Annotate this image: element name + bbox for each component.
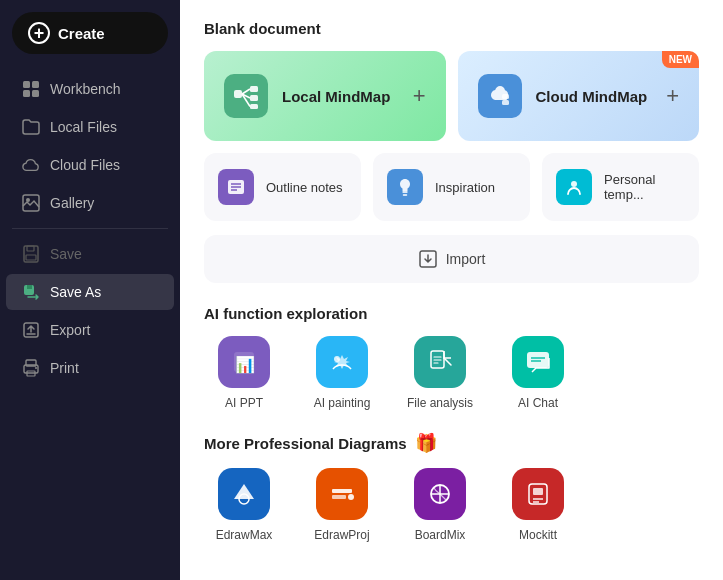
svg-text:📊: 📊 [235,355,255,374]
pro-section-title: More Professional Diagrams 🎁 [204,432,699,454]
local-mindmap-icon-wrap [224,74,268,118]
mockitt-item[interactable]: Mockitt [498,468,578,542]
ai-ppt-label: AI PPT [225,396,263,410]
import-label: Import [446,251,486,267]
sidebar-save-as-label: Save As [50,284,101,300]
boardmix-icon [414,468,466,520]
new-badge: NEW [662,51,699,68]
file-analysis-label: File analysis [407,396,473,410]
sidebar-save-label: Save [50,246,82,262]
edrawproj-item[interactable]: EdrawProj [302,468,382,542]
boardmix-item[interactable]: BoardMix [400,468,480,542]
ai-painting-icon [316,336,368,388]
sidebar-item-save-as[interactable]: Save As [6,274,174,310]
svg-point-15 [35,367,37,369]
edrawmax-label: EdrawMax [216,528,273,542]
cloud-files-icon [22,156,40,174]
pro-section-gift-icon: 🎁 [415,432,437,454]
sidebar-divider [12,228,168,229]
svg-point-42 [348,494,354,500]
local-files-icon [22,118,40,136]
ai-ppt-item[interactable]: 📊 AI PPT [204,336,284,410]
personal-template-card[interactable]: Personal temp... [542,153,699,221]
edrawproj-icon [316,468,368,520]
local-mindmap-add-icon[interactable]: + [413,83,426,109]
svg-rect-8 [26,255,36,260]
save-as-icon [22,283,40,301]
sidebar-print-label: Print [50,360,79,376]
plus-circle-icon: + [28,22,50,44]
sidebar-gallery-label: Gallery [50,195,94,211]
inspiration-label: Inspiration [435,180,495,195]
svg-rect-1 [32,81,39,88]
svg-rect-29 [403,191,408,193]
export-icon [22,321,40,339]
ai-chat-item[interactable]: AI Chat [498,336,578,410]
personal-template-icon [556,169,592,205]
inspiration-card[interactable]: Inspiration [373,153,530,221]
create-label: Create [58,25,105,42]
personal-template-label: Personal temp... [604,172,685,202]
ai-chat-label: AI Chat [518,396,558,410]
file-analysis-item[interactable]: File analysis [400,336,480,410]
save-icon [22,245,40,263]
svg-point-30 [571,181,577,187]
cloud-mindmap-label: Cloud MindMap [536,88,648,105]
svg-rect-3 [32,90,39,97]
blank-doc-section-title: Blank document [204,20,699,37]
sidebar-item-cloud-files[interactable]: Cloud Files [6,147,174,183]
svg-rect-23 [502,94,509,99]
small-cards-row: Outline notes Inspiration Personal temp.… [204,153,699,221]
blank-doc-cards-row: Local MindMap + NEW Cloud MindMap + [204,51,699,141]
svg-rect-24 [502,100,509,105]
edrawproj-label: EdrawProj [314,528,369,542]
sidebar-local-files-label: Local Files [50,119,117,135]
cloud-mindmap-add-icon[interactable]: + [666,83,679,109]
svg-rect-18 [250,95,258,101]
pro-items-grid: EdrawMax EdrawProj BoardMi [204,468,699,542]
mockitt-icon [512,468,564,520]
sidebar-item-export[interactable]: Export [6,312,174,348]
sidebar-item-local-files[interactable]: Local Files [6,109,174,145]
workbench-icon [22,80,40,98]
svg-rect-36 [527,352,549,368]
sidebar-item-print[interactable]: Print [6,350,174,386]
edrawmax-item[interactable]: EdrawMax [204,468,284,542]
sidebar: + Create Workbench Local Files Cloud [0,0,180,580]
svg-rect-17 [250,86,258,92]
ai-items-grid: 📊 AI PPT AI painting [204,336,699,410]
svg-rect-19 [250,104,258,109]
boardmix-label: BoardMix [415,528,466,542]
main-content: Blank document Local MindMap + NEW [180,0,723,580]
file-analysis-icon [414,336,466,388]
ai-ppt-icon: 📊 [218,336,270,388]
sidebar-cloud-files-label: Cloud Files [50,157,120,173]
cloud-mindmap-icon-wrap [478,74,522,118]
import-button[interactable]: Import [204,235,699,283]
svg-rect-41 [332,495,346,499]
print-icon [22,359,40,377]
svg-rect-10 [27,285,32,289]
sidebar-item-workbench[interactable]: Workbench [6,71,174,107]
inspiration-icon [387,169,423,205]
import-icon [418,249,438,269]
ai-section-title-text: AI function exploration [204,305,367,322]
outline-notes-label: Outline notes [266,180,343,195]
local-mindmap-card[interactable]: Local MindMap + [204,51,446,141]
create-button[interactable]: + Create [12,12,168,54]
gallery-icon [22,194,40,212]
svg-rect-0 [23,81,30,88]
sidebar-item-save: Save [6,236,174,272]
sidebar-item-gallery[interactable]: Gallery [6,185,174,221]
svg-rect-2 [23,90,30,97]
cloud-mindmap-card[interactable]: NEW Cloud MindMap + [458,51,700,141]
ai-section-title: AI function exploration [204,305,699,322]
blank-doc-title-text: Blank document [204,20,321,37]
mockitt-label: Mockitt [519,528,557,542]
edrawmax-icon [218,468,270,520]
svg-rect-16 [234,90,242,98]
svg-rect-45 [533,488,543,495]
outline-notes-icon [218,169,254,205]
outline-notes-card[interactable]: Outline notes [204,153,361,221]
ai-painting-item[interactable]: AI painting [302,336,382,410]
